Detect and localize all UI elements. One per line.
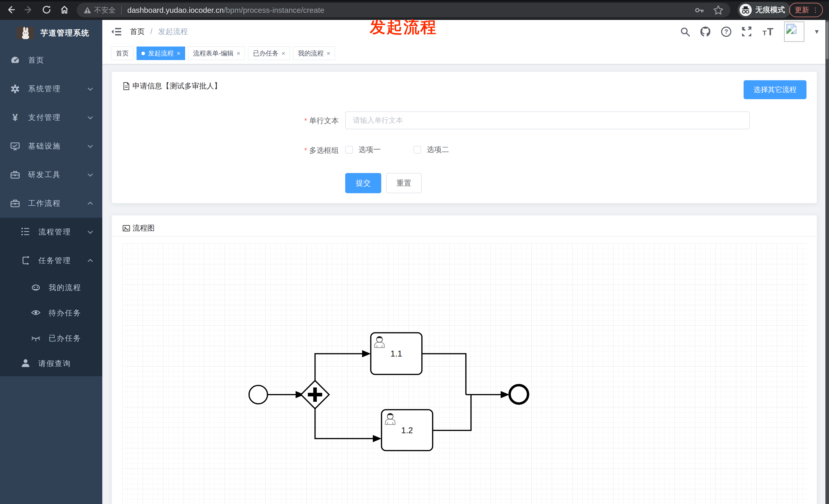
svg-text:T: T (767, 26, 773, 37)
url-host: dashboard.yudao.iocoder.cn (127, 6, 224, 14)
sidebar-item-workflow[interactable]: 工作流程 (0, 189, 102, 218)
browser-forward-button[interactable] (23, 4, 35, 16)
reset-button[interactable]: 重置 (386, 173, 422, 193)
single-line-text-input[interactable] (345, 111, 750, 129)
tab-start-process[interactable]: 发起流程× (137, 46, 185, 60)
page-header: 首页 / 发起流程 ? TT ▼ (102, 20, 829, 43)
yen-icon: ¥ (10, 112, 21, 123)
chevron-up-icon (87, 257, 94, 264)
sidebar-item-system[interactable]: 系统管理 (0, 75, 102, 103)
help-icon[interactable]: ? (721, 26, 732, 37)
active-dot (141, 52, 145, 55)
monitor-icon (10, 141, 21, 151)
chevron-down-icon (87, 114, 94, 121)
breadcrumb: 首页 / 发起流程 (130, 27, 188, 37)
browser-menu-icon[interactable]: ⋮ (812, 6, 819, 14)
bpmn-user-task-1[interactable]: 1.1 (371, 333, 422, 375)
tab-form-edit[interactable]: 流程表单-编辑× (188, 46, 245, 60)
tab-my-process[interactable]: 我的流程× (293, 46, 335, 60)
apply-info-card: 申请信息【测试多审批人】 选择其它流程 *单行文本 *多选框组 选项一 选项二 … (111, 71, 817, 203)
url-path: /bpm/process-instance/create (224, 6, 324, 14)
robot-icon (31, 282, 41, 294)
checkbox-group-label: *多选框组 (283, 146, 339, 156)
breadcrumb-current: 发起流程 (158, 27, 188, 36)
chevron-down-icon (87, 86, 94, 92)
close-icon[interactable]: × (282, 50, 285, 57)
insecure-label: 不安全 (94, 5, 116, 15)
eye-open-icon (31, 307, 41, 319)
address-divider (121, 6, 122, 14)
bpmn-start-event[interactable] (249, 385, 267, 404)
task-label: 1.2 (401, 426, 413, 435)
tab-home[interactable]: 首页 (111, 46, 134, 60)
user-avatar-broken-image[interactable] (784, 22, 804, 42)
chevron-down-icon (87, 229, 94, 235)
update-label: 更新 (795, 5, 809, 15)
password-key-icon[interactable] (694, 5, 704, 15)
svg-text:T: T (762, 29, 767, 37)
browser-reload-button[interactable] (40, 4, 53, 16)
sidebar-item-done-tasks[interactable]: 已办任务 (0, 325, 102, 351)
dashboard-icon (10, 55, 21, 66)
address-bar[interactable]: 不安全 dashboard.yudao.iocoder.cn/bpm/proce… (77, 3, 730, 17)
reload-icon (41, 5, 52, 15)
flow-diagram-card: 流程图 (111, 215, 817, 504)
sidebar-item-payment[interactable]: ¥ 支付管理 (0, 103, 102, 132)
text-field-label: *单行文本 (283, 116, 339, 126)
sidebar-item-my-process[interactable]: 我的流程 (0, 275, 102, 300)
breadcrumb-separator: / (150, 27, 152, 36)
sidebar-item-process-mgmt[interactable]: 流程管理 (0, 218, 102, 246)
browser-update-button[interactable]: 更新 ⋮ (789, 3, 823, 17)
search-icon[interactable] (680, 26, 690, 37)
document-icon (122, 82, 131, 90)
person-icon (21, 358, 31, 369)
back-icon (6, 5, 16, 15)
sidebar-item-devtools[interactable]: 研发工具 (0, 160, 102, 189)
logo-rabbit-image (17, 27, 34, 39)
checkbox-option-1[interactable]: 选项一 (345, 145, 381, 155)
sidebar-item-home[interactable]: 首页 (0, 46, 102, 75)
submit-button[interactable]: 提交 (345, 173, 381, 193)
breadcrumb-home[interactable]: 首页 (130, 27, 145, 36)
page-scrollbar[interactable] (825, 20, 829, 504)
switch-process-button[interactable]: 选择其它流程 (744, 80, 806, 99)
close-icon[interactable]: × (177, 50, 180, 57)
sidebar-item-todo-tasks[interactable]: 待办任务 (0, 300, 102, 325)
home-icon (59, 5, 70, 15)
bpmn-user-task-2[interactable]: 1.2 (382, 410, 433, 451)
fullscreen-icon[interactable] (741, 26, 752, 37)
close-icon[interactable]: × (237, 50, 240, 57)
tags-view-bar: 首页 发起流程× 流程表单-编辑× 已办任务× 我的流程× (102, 43, 829, 65)
browser-home-button[interactable] (58, 4, 71, 16)
required-mark: * (304, 146, 307, 154)
window-top-edge (0, 0, 829, 2)
chevron-up-icon (87, 200, 94, 207)
bpmn-canvas[interactable]: 1.1 1.2 (122, 243, 807, 504)
required-mark: * (304, 117, 307, 125)
toolbox-icon (10, 170, 21, 180)
tab-done-tasks[interactable]: 已办任务× (248, 46, 290, 60)
checkbox-icon[interactable] (413, 146, 421, 154)
bpmn-end-event[interactable] (510, 385, 528, 403)
checkbox-icon[interactable] (345, 146, 353, 154)
annotation-title: 发起流程 (370, 16, 437, 38)
bookmark-star-icon[interactable] (713, 5, 724, 15)
sidebar-collapse-icon[interactable] (111, 26, 122, 37)
sidebar-item-infra[interactable]: 基础设施 (0, 132, 102, 160)
checkbox-option-2[interactable]: 选项二 (413, 145, 449, 155)
github-icon[interactable] (699, 26, 711, 38)
app-logo[interactable]: 芋道管理系统 (0, 20, 102, 46)
browser-back-button[interactable] (5, 4, 17, 16)
scrollbar-thumb[interactable] (826, 22, 828, 59)
close-icon[interactable]: × (327, 50, 330, 57)
workflow-submenu: 流程管理 任务管理 我的流程 待办任务 已办任务 请假查询 (0, 218, 102, 376)
font-size-icon[interactable]: TT (761, 26, 775, 37)
avatar-caret-icon[interactable]: ▼ (814, 28, 820, 35)
sidebar-item-task-mgmt[interactable]: 任务管理 (0, 246, 102, 275)
site-security-chip[interactable]: 不安全 (83, 5, 116, 15)
svg-text:?: ? (724, 28, 728, 35)
sidebar-item-leave-query[interactable]: 请假查询 (0, 351, 102, 376)
incognito-label: 无痕模式 (755, 5, 785, 15)
incognito-icon (740, 4, 752, 16)
bpmn-parallel-gateway[interactable] (301, 381, 329, 409)
